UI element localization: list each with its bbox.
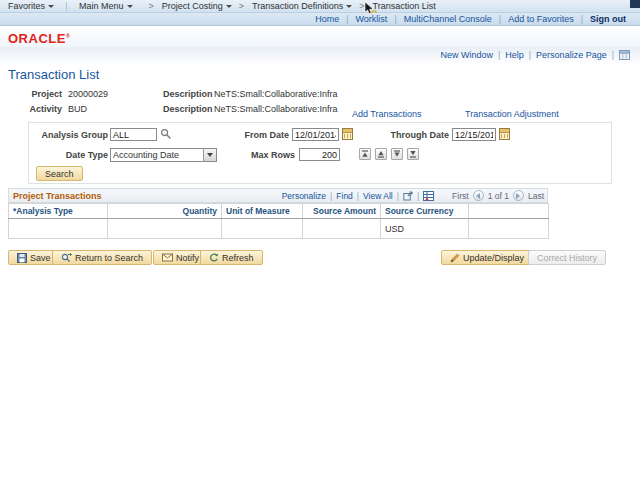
breadcrumb-separator: >	[239, 1, 244, 11]
brand-banner: ORACLE®	[0, 26, 640, 47]
cell-source-amount	[303, 219, 381, 239]
arrow-left-icon	[473, 193, 480, 199]
pager-count: 1 of 1	[488, 191, 509, 201]
column-header-unit-of-measure: Unit of Measure	[222, 204, 303, 219]
return-to-search-label: Return to Search	[75, 253, 143, 263]
cell-quantity	[108, 219, 222, 239]
home-link[interactable]: Home	[315, 14, 339, 24]
add-to-favorites-link[interactable]: Add to Favorites	[508, 14, 574, 24]
project-value: 20000029	[68, 89, 108, 99]
cell-source-currency: USD	[381, 219, 469, 239]
chevron-down-icon	[48, 5, 54, 8]
max-rows-input[interactable]	[299, 148, 340, 161]
breadcrumb-item-transaction-definitions[interactable]: Transaction Definitions	[252, 1, 352, 11]
table-row: USD	[9, 219, 549, 239]
refresh-icon	[209, 253, 219, 263]
breadcrumb-separator: >	[149, 1, 154, 11]
correct-history-button[interactable]: Correct History	[528, 250, 606, 265]
personalize-link[interactable]: Personalize	[282, 191, 326, 201]
utility-separator: |	[612, 50, 614, 60]
scroll-to-top-button[interactable]	[359, 148, 371, 160]
find-link[interactable]: Find	[336, 191, 353, 201]
transaction-adjustment-link[interactable]: Transaction Adjustment	[465, 109, 559, 119]
scroll-to-bottom-button[interactable]	[407, 148, 419, 160]
grid-header-bar: Project Transactions Personalize | Find …	[8, 188, 548, 203]
cell-unit-of-measure	[222, 219, 303, 239]
worklist-link[interactable]: Worklist	[356, 14, 388, 24]
utility-separator: |	[498, 50, 500, 60]
arrow-right-icon	[516, 193, 523, 199]
analysis-group-input[interactable]	[110, 128, 157, 141]
refresh-button-label: Refresh	[222, 253, 254, 263]
grid-title: Project Transactions	[9, 191, 102, 201]
new-window-link[interactable]: New Window	[440, 50, 493, 60]
zoom-grid-icon[interactable]	[403, 191, 413, 201]
cell-analysis-type	[9, 219, 108, 239]
add-transactions-link[interactable]: Add Transactions	[352, 109, 422, 119]
view-all-link[interactable]: View All	[363, 191, 393, 201]
breadcrumb-item-label: Transaction List	[373, 1, 436, 11]
breadcrumb-main-menu[interactable]: Main Menu	[79, 1, 133, 11]
chevron-down-icon	[346, 5, 352, 8]
date-type-label: Date Type	[29, 150, 108, 160]
project-description-value: NeTS:Small:Collaborative:Infra	[214, 89, 338, 99]
update-display-button[interactable]: Update/Display	[441, 250, 533, 265]
page-toolbar: Save Return to Search Notify	[0, 250, 640, 266]
breadcrumb-item-transaction-list[interactable]: Transaction List	[373, 1, 436, 11]
scroll-up-button[interactable]	[375, 148, 387, 160]
save-button-label: Save	[30, 253, 51, 263]
breadcrumb-item-project-costing[interactable]: Project Costing	[162, 1, 232, 11]
lookup-icon[interactable]	[160, 128, 172, 140]
correct-history-label: Correct History	[537, 253, 597, 263]
search-criteria-box: Analysis Group From Date Through Date Da…	[28, 122, 612, 184]
pager-first-label: First	[452, 191, 469, 201]
sign-out-link[interactable]: Sign out	[590, 14, 626, 24]
activity-label: Activity	[2, 104, 62, 114]
header-separator: |	[394, 14, 396, 24]
table-header-row: *Analysis Type Quantity Unit of Measure …	[9, 204, 549, 219]
http-window-icon[interactable]	[619, 50, 630, 60]
pager-previous-button[interactable]	[473, 190, 484, 201]
calendar-icon[interactable]	[499, 128, 510, 140]
scroll-down-button[interactable]	[391, 148, 403, 160]
grid-toolbar-separator: |	[330, 191, 332, 201]
header-separator: |	[499, 14, 501, 24]
multichannel-console-link[interactable]: MultiChannel Console	[404, 14, 492, 24]
through-date-input[interactable]	[452, 128, 496, 141]
grid-toolbar-separator: |	[357, 191, 359, 201]
header-separator: |	[346, 14, 348, 24]
chevron-down-icon	[226, 5, 232, 8]
pencil-icon	[450, 253, 460, 263]
personalize-page-link[interactable]: Personalize Page	[536, 50, 607, 60]
breadcrumb: Favorites Main Menu > Project Costing > …	[0, 0, 640, 13]
breadcrumb-main-menu-label: Main Menu	[79, 1, 124, 11]
download-to-excel-icon[interactable]	[423, 191, 434, 201]
header-links-bar: Home | Worklist | MultiChannel Console |…	[0, 13, 640, 26]
grid-toolbar-separator: |	[417, 191, 419, 201]
pager-next-button[interactable]	[513, 190, 524, 201]
refresh-button[interactable]: Refresh	[200, 250, 263, 265]
through-date-label: Through Date	[349, 130, 449, 140]
page-utility-row: New Window | Help | Personalize Page |	[0, 47, 640, 63]
column-header-source-currency: Source Currency	[381, 204, 469, 219]
breadcrumb-item-label: Transaction Definitions	[252, 1, 343, 11]
help-link[interactable]: Help	[505, 50, 524, 60]
activity-description-value: NeTS:Small:Collaborative:Infra	[214, 104, 338, 114]
analysis-group-label: Analysis Group	[29, 130, 108, 140]
breadcrumb-item-label: Project Costing	[162, 1, 223, 11]
return-to-search-button[interactable]: Return to Search	[52, 250, 152, 265]
transaction-list-page: Favorites Main Menu > Project Costing > …	[0, 0, 640, 480]
oracle-logo: ORACLE®	[8, 31, 70, 46]
search-button[interactable]: Search	[36, 166, 83, 181]
utility-separator: |	[529, 50, 531, 60]
from-date-input[interactable]	[292, 128, 339, 141]
breadcrumb-favorites-menu[interactable]: Favorites	[8, 1, 54, 11]
save-disk-icon	[17, 253, 27, 263]
activity-description-label: Description	[163, 104, 213, 114]
column-header-source-amount: Source Amount	[303, 204, 381, 219]
update-display-label: Update/Display	[463, 253, 524, 263]
project-description-label: Description	[163, 89, 213, 99]
return-to-search-icon	[61, 253, 72, 263]
column-header-quantity: Quantity	[108, 204, 222, 219]
from-date-label: From Date	[189, 130, 289, 140]
